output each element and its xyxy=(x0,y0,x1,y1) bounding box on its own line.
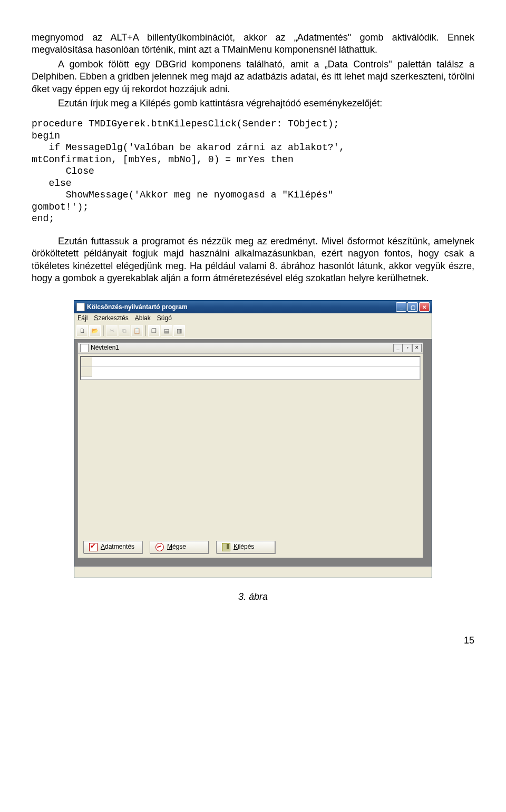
paragraph-1: megnyomod az ALT+A billentyűkombinációt,… xyxy=(32,32,474,56)
app-icon xyxy=(76,303,85,311)
paste-icon[interactable]: 📋 xyxy=(131,325,143,336)
toolbar-separator xyxy=(103,325,104,336)
menu-file[interactable]: Fájl xyxy=(77,314,87,323)
cut-icon[interactable]: ✂ xyxy=(106,325,118,336)
mdi-client-area: Névtelen1 _ ▫ ✕ Adatmentés xyxy=(74,339,432,567)
child-titlebar[interactable]: Névtelen1 _ ▫ ✕ xyxy=(78,343,423,354)
open-icon[interactable]: 📂 xyxy=(89,325,101,336)
maximize-button[interactable]: ▢ xyxy=(407,302,418,312)
menu-edit[interactable]: Szerkesztés xyxy=(94,314,128,323)
new-icon[interactable]: 🗋 xyxy=(76,325,88,336)
db-grid[interactable] xyxy=(80,356,421,380)
stop-icon xyxy=(155,543,164,551)
menu-window[interactable]: Ablak xyxy=(135,314,151,323)
tile-h-icon[interactable]: ▤ xyxy=(161,325,172,336)
code-listing: procedure TMDIGyerek.btnKilepesClick(Sen… xyxy=(32,118,474,225)
paragraph-4: Ezután futtassuk a programot és nézzük m… xyxy=(32,235,474,285)
menu-bar: Fájl Szerkesztés Ablak Súgó xyxy=(74,313,432,324)
close-button[interactable]: ✕ xyxy=(419,302,430,312)
app-screenshot: Kölcsönzés-nyilvántartó program _ ▢ ✕ Fá… xyxy=(74,300,432,578)
check-icon xyxy=(89,543,98,551)
save-button[interactable]: Adatmentés xyxy=(83,541,142,553)
app-title: Kölcsönzés-nyilvántartó program xyxy=(87,303,188,312)
child-title-text: Névtelen1 xyxy=(91,344,119,352)
door-icon xyxy=(222,543,230,551)
menu-help[interactable]: Súgó xyxy=(157,314,172,323)
paragraph-3: Ezután írjuk meg a Kilépés gomb kattintá… xyxy=(32,97,474,110)
child-maximize-button[interactable]: ▫ xyxy=(403,344,412,352)
cascade-icon[interactable]: ❐ xyxy=(148,325,160,336)
cancel-button[interactable]: Mégse xyxy=(150,541,209,553)
paragraph-2: A gombok fölött egy DBGrid komponens tal… xyxy=(32,58,474,95)
toolbar-separator xyxy=(145,325,146,336)
child-minimize-button[interactable]: _ xyxy=(393,344,403,352)
tile-v-icon[interactable]: ▥ xyxy=(173,325,185,336)
copy-icon[interactable]: ⧉ xyxy=(119,325,130,336)
page-number: 15 xyxy=(32,635,474,647)
exit-button[interactable]: Kilépés xyxy=(216,541,275,553)
button-row: Adatmentés Mégse Kilépés xyxy=(78,538,423,558)
main-titlebar[interactable]: Kölcsönzés-nyilvántartó program _ ▢ ✕ xyxy=(74,301,432,313)
minimize-button[interactable]: _ xyxy=(396,302,406,312)
child-close-button[interactable]: ✕ xyxy=(412,344,422,352)
toolbar: 🗋 📂 ✂ ⧉ 📋 ❐ ▤ ▥ xyxy=(74,324,432,339)
figure-caption: 3. ábra xyxy=(32,591,474,603)
child-window: Névtelen1 _ ▫ ✕ Adatmentés xyxy=(77,342,423,558)
child-icon xyxy=(80,344,89,352)
status-bar xyxy=(74,567,432,578)
